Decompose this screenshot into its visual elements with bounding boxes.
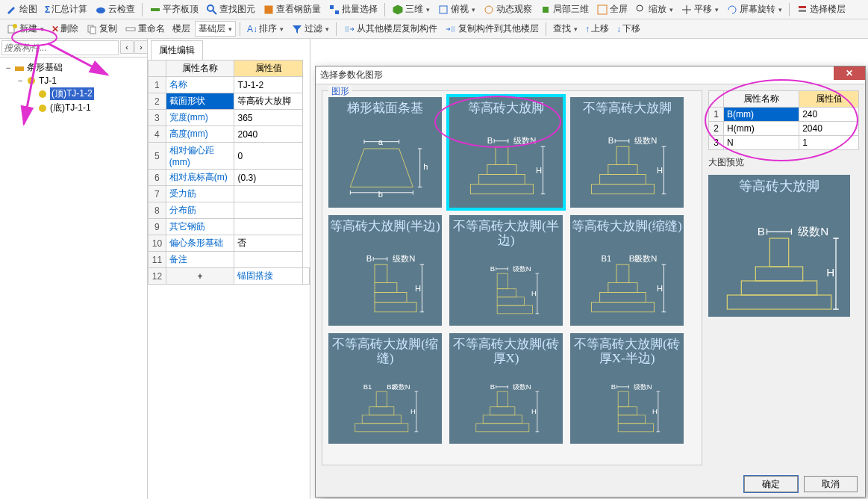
shapes-group: 图形 梯形截面条基abh等高砖大放脚B级数NH不等高砖大放脚B级数NH等高砖大放… (322, 90, 702, 465)
param-row[interactable]: 2H(mm)2040 (709, 122, 859, 136)
new-btn[interactable]: 新建▾ (3, 21, 47, 37)
batch-btn[interactable]: 批量选择 (325, 1, 381, 17)
expand-icon[interactable]: + (166, 268, 234, 285)
rebar-btn[interactable]: 查看钢筋量 (260, 1, 324, 17)
prop-val[interactable] (234, 219, 303, 235)
svg-point-23 (39, 90, 46, 98)
full-btn[interactable]: 全屏 (593, 1, 631, 17)
svg-rect-68 (369, 407, 394, 415)
find-elem-btn[interactable]: 查找图元 (203, 1, 258, 17)
svg-rect-51 (497, 274, 508, 290)
down-btn[interactable]: ↓下移 (613, 21, 643, 37)
param-val[interactable]: 240 (799, 108, 859, 122)
prop-row[interactable]: 9其它钢筋 (149, 219, 310, 235)
tree-node-bot[interactable]: (底)TJ-1-1 (3, 101, 144, 115)
draw-btn[interactable]: 绘图 (3, 1, 40, 17)
shape-tile[interactable]: 不等高砖大放脚(砖厚X)B级数NH (449, 333, 563, 444)
prop-row[interactable]: 10偏心条形基础否 (149, 235, 310, 252)
find-btn[interactable]: 查找▾ (550, 21, 581, 37)
copy-btn[interactable]: 复制 (83, 21, 120, 37)
prop-val[interactable] (234, 202, 303, 219)
preview-label: 大图预览 (708, 156, 859, 169)
search-input[interactable] (1, 40, 119, 55)
local3d-btn[interactable]: 局部三维 (537, 1, 592, 17)
shape-tile[interactable]: 等高砖大放脚B级数NH (449, 97, 563, 208)
search-prev-btn[interactable]: ‹ (120, 40, 134, 54)
param-val[interactable]: 2040 (799, 122, 859, 136)
svg-rect-84 (618, 424, 653, 432)
prop-row[interactable]: 5相对偏心距(mm)0 (149, 143, 310, 170)
svg-rect-7 (440, 6, 447, 13)
param-row[interactable]: 1B(mm)240 (709, 108, 859, 122)
sum-btn[interactable]: Σ汇总计算 (42, 1, 90, 17)
tree-node-tj1[interactable]: −TJ-1 (3, 75, 144, 87)
collapse-icon[interactable]: − (16, 75, 24, 86)
prop-val[interactable] (303, 268, 310, 285)
svg-rect-31 (487, 164, 516, 174)
rename-btn[interactable]: 重命名 (122, 21, 168, 37)
ok-button[interactable]: 确定 (744, 476, 798, 492)
prop-val[interactable]: 否 (234, 235, 303, 252)
up-btn[interactable]: ↑上移 (582, 21, 612, 37)
svg-rect-69 (362, 415, 401, 424)
prop-row[interactable]: 7受力筋 (149, 186, 310, 202)
prop-row[interactable]: 11备注 (149, 252, 310, 268)
prop-val[interactable]: 2040 (234, 126, 303, 143)
dropdown-icon: ▾ (715, 6, 719, 13)
prop-row[interactable]: 1名称TJ-1-2 (149, 77, 310, 93)
dialog-titlebar[interactable]: 选择参数化图形 ✕ (316, 66, 865, 84)
param-row[interactable]: 3N1 (709, 136, 859, 150)
pan-btn[interactable]: 平移▾ (678, 1, 722, 17)
svg-text:B1: B1 (601, 254, 611, 263)
prop-row[interactable]: 2截面形状等高砖大放脚 (149, 93, 310, 110)
shape-title: 不等高砖大放脚(砖厚X-半边) (570, 333, 684, 367)
flatten-btn[interactable]: 平齐板顶 (146, 1, 202, 17)
floor-select[interactable]: 基础层▾ (195, 21, 236, 37)
svg-text:B: B (758, 225, 765, 238)
del-btn[interactable]: ✕删除 (49, 21, 81, 37)
collapse-icon[interactable]: − (4, 63, 12, 73)
shape-tile[interactable]: 不等高砖大放脚(缩缝)B1B2级数NH (328, 333, 442, 444)
prop-row[interactable]: 12+锚固搭接 (149, 268, 310, 285)
selfloor-btn[interactable]: 选择楼层 (793, 1, 849, 17)
prop-row[interactable]: 6相对底标高(m)(0.3) (149, 170, 310, 186)
prop-val[interactable]: 0 (234, 143, 303, 170)
prop-row[interactable]: 4高度(mm)2040 (149, 126, 310, 143)
search-next-btn[interactable]: › (134, 40, 148, 54)
cancel-button[interactable]: 取消 (804, 476, 858, 492)
prop-val[interactable] (234, 252, 303, 268)
cloud-btn[interactable]: 云检查 (92, 1, 138, 17)
tree-root[interactable]: −条形基础 (3, 61, 144, 75)
shape-tile[interactable]: 梯形截面条基abh (328, 97, 442, 208)
svg-rect-75 (490, 407, 515, 415)
filter-btn[interactable]: 过滤▾ (288, 21, 332, 37)
shape-tile[interactable]: 等高砖大放脚(缩缝)B1B2级数NH (570, 215, 684, 326)
prop-row[interactable]: 8分布筋 (149, 202, 310, 219)
prop-val[interactable]: 等高砖大放脚 (234, 93, 303, 110)
shape-tile[interactable]: 不等高砖大放脚B级数NH (570, 97, 684, 208)
prop-tab[interactable]: 属性编辑 (151, 40, 203, 60)
rotate-btn[interactable]: 屏幕旋转▾ (723, 1, 785, 17)
prop-val[interactable]: TJ-1-2 (234, 77, 303, 93)
copyfrom-btn[interactable]: 从其他楼层复制构件 (340, 21, 440, 37)
prop-val[interactable] (234, 186, 303, 202)
close-button[interactable]: ✕ (834, 66, 865, 80)
shape-tile[interactable]: 不等高砖大放脚(砖厚X-半边)B级数NH (570, 333, 684, 444)
col-name: 属性名称 (166, 61, 234, 77)
shape-tile[interactable]: 等高砖大放脚(半边)B级数NH (328, 215, 442, 326)
sort-btn[interactable]: A↓排序▾ (244, 21, 287, 37)
svg-rect-81 (618, 392, 628, 408)
svg-text:B1: B1 (363, 382, 372, 391)
prop-row[interactable]: 3宽度(mm)365 (149, 110, 310, 126)
bird-btn[interactable]: 俯视▾ (434, 1, 478, 17)
tree-node-top[interactable]: (顶)TJ-1-2 (3, 87, 144, 101)
dyn-btn[interactable]: 动态观察 (480, 1, 535, 17)
view3d-btn[interactable]: 三维▾ (389, 1, 433, 17)
prop-val[interactable]: 365 (234, 110, 303, 126)
shape-tile[interactable]: 不等高砖大放脚(半边)B级数NH (449, 215, 563, 326)
zoom-btn[interactable]: 缩放▾ (632, 1, 676, 17)
param-val[interactable]: 1 (799, 136, 859, 150)
prop-val[interactable]: (0.3) (234, 170, 303, 186)
copyto-btn[interactable]: 复制构件到其他楼层 (442, 21, 542, 37)
svg-rect-82 (618, 407, 637, 415)
